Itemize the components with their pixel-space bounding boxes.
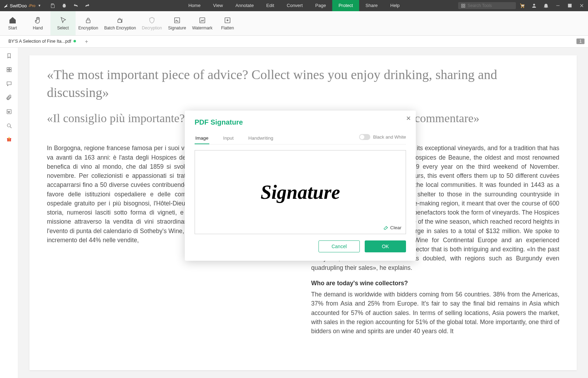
menu-annotate[interactable]: Annotate [229,0,260,11]
menu-home[interactable]: Home [182,0,207,11]
ribbon-decryption: Decryption [139,11,164,35]
dialog-title: PDF Signature [195,118,406,126]
app-top-bar: SwifDoo -Pro ▼ Home View Annotate Edit C… [0,0,588,11]
black-white-toggle[interactable]: Black and White [359,134,406,143]
svg-rect-21 [9,68,11,69]
ribbon-flatten[interactable]: Flatten [215,11,240,35]
user-icon[interactable] [531,3,537,8]
tab-image[interactable]: Image [195,133,209,144]
menu-edit[interactable]: Edit [260,0,280,11]
quick-actions [44,3,96,8]
svg-rect-4 [462,4,463,5]
save-icon[interactable] [50,3,55,8]
svg-rect-16 [118,20,121,22]
svg-rect-15 [86,20,90,23]
ribbon-batch-encryption[interactable]: Batch Encryption [101,11,139,35]
cancel-button[interactable]: Cancel [318,240,360,252]
eraser-icon [383,225,388,230]
document-tab[interactable]: BY'S A Selection of Fine Ita...pdf [4,37,80,47]
menu-protect[interactable]: Protect [332,0,359,11]
svg-rect-6 [462,6,463,7]
svg-rect-0 [52,4,53,5]
svg-rect-7 [464,6,465,7]
comment-icon[interactable] [6,80,12,87]
app-name: SwifDoo [10,3,27,8]
pdf-signature-dialog: ✕ PDF Signature Image Input Handwriting … [185,111,416,261]
window-controls-area [519,3,584,8]
menu-share[interactable]: Share [359,0,384,11]
thumbnails-icon[interactable] [6,66,12,73]
ribbon-start[interactable]: Start [0,11,25,35]
ribbon-watermark[interactable]: Watermark [190,11,215,35]
main-menu: Home View Annotate Edit Convert Page Pro… [182,0,406,11]
undo-icon[interactable] [73,3,78,8]
signature-icon [173,16,181,24]
menu-convert[interactable]: Convert [280,0,309,11]
word-export-icon[interactable] [6,108,12,115]
batch-lock-icon [116,16,124,24]
maximize-icon[interactable] [567,3,573,8]
dialog-close-icon[interactable]: ✕ [406,115,411,122]
svg-rect-22 [7,70,9,72]
redo-icon[interactable] [85,3,90,8]
print-icon[interactable] [62,3,67,8]
grid-icon [461,4,465,8]
tab-handwriting[interactable]: Handwriting [248,133,274,144]
svg-point-8 [521,7,522,8]
svg-point-9 [523,7,524,8]
ribbon-signature[interactable]: Signature [164,11,190,35]
clear-button[interactable]: Clear [383,225,401,230]
svg-rect-29 [9,138,9,141]
new-tab-button[interactable]: + [83,38,90,45]
search-input[interactable] [468,3,513,8]
col-right-heading: Who are today's wine collectors? [311,279,559,288]
page-number-badge[interactable]: 1 [576,38,584,44]
ok-button[interactable]: OK [365,240,406,252]
signature-preview-text: Signature [260,181,340,203]
flatten-icon [224,16,231,24]
svg-rect-2 [63,4,65,5]
menu-view[interactable]: View [207,0,229,11]
svg-rect-12 [568,4,571,7]
search-tools[interactable] [458,2,516,9]
bookmark-icon[interactable] [6,52,12,59]
svg-rect-17 [175,18,180,23]
svg-rect-5 [464,4,465,5]
shield-icon [148,16,156,24]
left-sidebar [0,48,18,378]
svg-rect-23 [9,70,11,72]
svg-point-25 [7,124,10,127]
svg-rect-3 [63,6,65,7]
tab-title: BY'S A Selection of Fine Ita...pdf [8,36,71,46]
ribbon-hand[interactable]: Hand [25,11,50,35]
tab-input[interactable]: Input [223,133,234,144]
svg-line-26 [10,127,12,128]
app-logo[interactable]: SwifDoo -Pro ▼ [0,3,44,8]
dialog-buttons: Cancel OK [195,240,406,252]
ribbon-select[interactable]: Select [50,11,76,35]
caret-down-icon[interactable]: ▼ [38,4,41,7]
gift-icon[interactable] [6,136,12,142]
quote-english: «The most important piece of advice? Col… [47,66,559,102]
ribbon-encryption[interactable]: Encryption [76,11,101,35]
minimize-icon[interactable] [555,3,561,8]
app-pro-badge: -Pro [28,4,35,8]
signature-mode-tabs: Image Input Handwriting Black and White [195,133,406,145]
close-icon[interactable] [579,3,584,8]
svg-rect-20 [7,68,9,69]
svg-point-10 [533,4,535,6]
cursor-icon [59,16,67,24]
menu-help[interactable]: Help [384,0,406,11]
hand-icon [34,16,42,24]
swifdoo-icon [4,3,8,8]
document-tabs: BY'S A Selection of Fine Ita...pdf + [0,36,588,48]
bell-icon[interactable] [543,3,549,8]
menu-page[interactable]: Page [309,0,332,11]
cart-icon[interactable] [519,3,525,8]
protect-ribbon: Start Hand Select Encryption Batch Encry… [0,11,588,36]
toggle-switch-icon[interactable] [359,134,370,140]
search-icon[interactable] [6,122,12,129]
lock-icon [84,16,92,24]
signature-canvas[interactable]: Signature Clear [195,150,406,234]
attachment-icon[interactable] [6,94,12,101]
